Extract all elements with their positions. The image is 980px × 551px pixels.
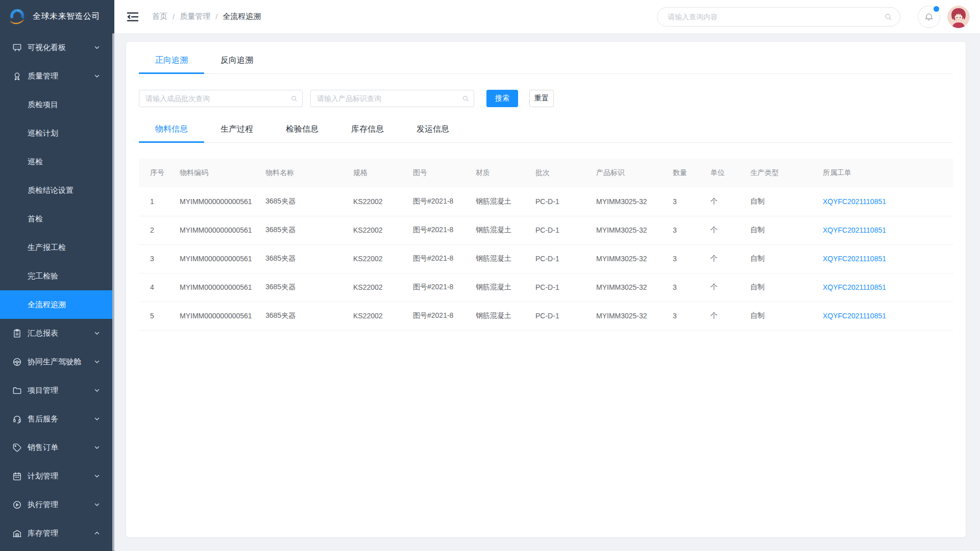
breadcrumb-home[interactable]: 首页 <box>152 12 167 21</box>
sidebar-item[interactable]: 质量管理 <box>0 62 112 90</box>
trace-direction-tabs: 正向追溯反向追溯 <box>139 55 953 74</box>
user-avatar[interactable] <box>947 6 970 28</box>
product-id-search-input[interactable] <box>310 90 474 107</box>
info-tab[interactable]: 物料信息 <box>139 124 204 142</box>
trace-tab[interactable]: 反向追溯 <box>204 55 270 73</box>
filter-bar: 搜索 重置 <box>139 90 953 107</box>
sidebar-item[interactable]: 库存管理 <box>0 519 112 547</box>
sidebar-item-label: 售后服务 <box>28 414 58 424</box>
info-tab[interactable]: 检验信息 <box>270 124 335 142</box>
sidebar-menu: 可视化看板质量管理质检项目巡检计划巡检质检结论设置首检生产报工检完工检验全流程追… <box>0 33 112 551</box>
sidebar-item[interactable]: 汇总报表 <box>0 319 112 347</box>
sidebar-item[interactable]: 项目管理 <box>0 376 112 405</box>
trace-tab[interactable]: 正向追溯 <box>139 55 204 73</box>
sidebar-item[interactable]: 巡检计划 <box>0 119 112 147</box>
table-cell: 3685夹器 <box>265 302 353 330</box>
table-cell: XQYFC2021110851 <box>823 187 953 216</box>
table-cell: MYIMM3025-32 <box>596 244 673 273</box>
chevron-down-icon <box>94 73 100 79</box>
table-cell: MYIMM000000000561 <box>180 187 265 216</box>
sidebar-fold-icon[interactable] <box>127 11 140 23</box>
batch-search-input[interactable] <box>139 90 303 107</box>
sidebar-item[interactable]: 巡检 <box>0 147 112 176</box>
table-cell: KS22002 <box>353 302 413 330</box>
info-tab[interactable]: 生产过程 <box>204 124 270 142</box>
plan-icon <box>12 471 22 481</box>
table-row: 5MYIMM0000000005613685夹器KS22002图号#2021-8… <box>139 302 953 330</box>
sidebar-item[interactable]: 计划管理 <box>0 462 112 490</box>
sidebar-item[interactable]: 质检项目 <box>0 90 112 119</box>
table-cell: XQYFC2021110851 <box>823 302 953 330</box>
main-content: 正向追溯反向追溯 搜索 重置 物料信息生 <box>114 33 980 551</box>
table-cell: 图号#2021-8 <box>413 244 476 273</box>
table-cell: MYIMM000000000561 <box>180 244 265 273</box>
search-button[interactable]: 搜索 <box>486 90 518 107</box>
table-cell: 1 <box>139 187 180 216</box>
sidebar-item[interactable]: 质检结论设置 <box>0 176 112 205</box>
work-order-link[interactable]: XQYFC2021110851 <box>823 197 886 206</box>
sidebar-item-label: 生产报工检 <box>28 243 66 253</box>
table-cell: 钢筋混凝土 <box>476 244 535 273</box>
material-info-table: 序号物料编码物料名称规格图号材质批次产品标识数量单位生产类型所属工单 1MYIM… <box>139 159 953 331</box>
table-cell: 图号#2021-8 <box>413 273 476 302</box>
column-header: 产品标识 <box>596 159 673 187</box>
sidebar-item[interactable]: 首检 <box>0 205 112 233</box>
column-header: 批次 <box>535 159 596 187</box>
notification-dot <box>934 6 939 12</box>
table-cell: 个 <box>710 216 750 244</box>
table-row: 4MYIMM0000000005613685夹器KS22002图号#2021-8… <box>139 273 953 302</box>
sidebar-item-label: 巡检计划 <box>28 129 58 138</box>
table-cell: 钢筋混凝土 <box>476 187 535 216</box>
brand-header: 全球未来智造公司 <box>0 0 114 33</box>
chevron-down-icon <box>94 473 100 479</box>
sidebar-item[interactable]: 销售订单 <box>0 433 112 462</box>
table-cell: 图号#2021-8 <box>413 187 476 216</box>
report-icon <box>12 329 22 338</box>
sidebar-item-label: 项目管理 <box>28 386 58 395</box>
sidebar-item-label: 执行管理 <box>28 500 58 510</box>
column-header: 序号 <box>139 159 180 187</box>
column-header: 物料编码 <box>180 159 265 187</box>
sidebar-item-label: 完工检验 <box>28 271 58 281</box>
table-cell: 3685夹器 <box>265 244 353 273</box>
work-order-link[interactable]: XQYFC2021110851 <box>823 312 886 320</box>
global-search-input[interactable] <box>657 7 900 27</box>
trace-card: 正向追溯反向追溯 搜索 重置 物料信息生 <box>126 42 966 537</box>
sidebar-item-label: 首检 <box>28 214 43 224</box>
info-tab[interactable]: 发运信息 <box>400 124 465 142</box>
reset-button[interactable]: 重置 <box>529 90 554 107</box>
table-cell: MYIMM3025-32 <box>596 187 673 216</box>
table-cell: MYIMM3025-32 <box>596 273 673 302</box>
work-order-link[interactable]: XQYFC2021110851 <box>823 226 886 234</box>
sidebar-item[interactable]: 全流程追溯 <box>0 290 112 319</box>
table-cell: PC-D-1 <box>535 187 596 216</box>
table-cell: PC-D-1 <box>535 216 596 244</box>
table-cell: KS22002 <box>353 216 413 244</box>
chevron-down-icon <box>94 330 100 336</box>
table-cell: 自制 <box>750 273 823 302</box>
table-cell: 3 <box>673 273 710 302</box>
table-cell: 3685夹器 <box>265 216 353 244</box>
notification-button[interactable] <box>918 6 940 28</box>
column-header: 规格 <box>353 159 413 187</box>
breadcrumb-quality[interactable]: 质量管理 <box>180 12 210 21</box>
table-cell: KS22002 <box>353 187 413 216</box>
sidebar-item[interactable]: 完工检验 <box>0 262 112 290</box>
sidebar-item[interactable]: 生产报工检 <box>0 233 112 262</box>
info-tab[interactable]: 库存信息 <box>335 124 400 142</box>
sidebar-item[interactable]: 售后服务 <box>0 405 112 433</box>
company-logo-icon <box>8 8 27 26</box>
work-order-link[interactable]: XQYFC2021110851 <box>823 283 886 291</box>
sidebar-item[interactable]: 可视化看板 <box>0 33 112 62</box>
sidebar-item-label: 可视化看板 <box>28 43 66 53</box>
work-order-link[interactable]: XQYFC2021110851 <box>823 255 886 263</box>
table-cell: 3 <box>673 302 710 330</box>
product-id-search-field <box>310 90 474 107</box>
sidebar-item[interactable]: 执行管理 <box>0 490 112 519</box>
column-header: 数量 <box>673 159 710 187</box>
sidebar-scrollbar[interactable] <box>112 33 114 551</box>
sidebar-item[interactable]: 协同生产驾驶舱 <box>0 347 112 376</box>
table-cell: 个 <box>710 273 750 302</box>
search-icon[interactable] <box>884 13 892 21</box>
table-cell: PC-D-1 <box>535 273 596 302</box>
